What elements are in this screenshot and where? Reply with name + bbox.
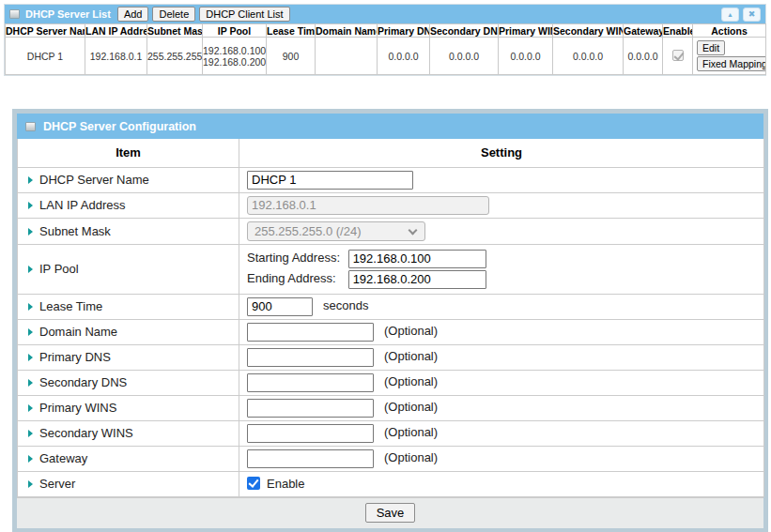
starting-address-input[interactable] [348,250,486,268]
dhcp-server-configuration-table: Item Setting DHCP Server Name LAN IP Add… [17,139,764,497]
config-footer: Save [17,497,763,528]
item-arrow-icon [28,303,33,311]
item-arrow-icon [28,176,33,184]
cell-subnet-mask: 255.255.255.0 [147,38,203,75]
subnet-mask-select: 255.255.255.0 (/24) [247,221,425,241]
starting-address-label: Starting Address: [247,251,345,265]
collapse-panel-icon[interactable]: ▲ [721,8,739,22]
lease-time-unit: seconds [323,298,368,312]
row-dhcp-server-name: DHCP Server Name [18,167,764,192]
table-row: DHCP 1 192.168.0.1 255.255.255.0 192.168… [6,38,766,75]
row-lan-ip-address: LAN IP Address [18,192,764,218]
item-arrow-icon [28,404,33,412]
server-enable-label: Enable [267,477,304,491]
col-secondary-dns: Secondary DNS [430,24,499,38]
col-secondary-wins: Secondary WINS [553,24,624,38]
cell-actions: Edit Fixed Mapping [693,38,766,75]
primary-dns-input[interactable] [247,348,374,367]
row-primary-dns: Primary DNS (Optional) [18,344,764,370]
col-subnet-mask: Subnet Mask [147,24,203,38]
secondary-dns-input[interactable] [247,373,374,392]
row-primary-wins: Primary WINS (Optional) [18,395,764,420]
dhcp-client-list-button[interactable]: DHCP Client List [199,7,289,22]
ending-address-input[interactable] [348,270,486,289]
item-label-gateway: Gateway [18,446,239,471]
col-primary-wins: Primary WINS [499,24,553,38]
col-lan-ip-address: LAN IP Address [85,24,147,38]
col-domain-name: Domain Name [316,24,378,38]
optional-hint: (Optional) [384,400,438,414]
lease-time-input[interactable] [247,297,313,316]
edit-button[interactable]: Edit [697,40,725,55]
cell-ip-pool: 192.168.0.100- 192.168.0.200 [203,38,267,75]
cell-secondary-wins: 0.0.0.0 [553,38,624,75]
optional-hint: (Optional) [384,374,438,388]
row-secondary-dns: Secondary DNS (Optional) [18,370,764,395]
item-arrow-icon [28,480,33,488]
cell-gateway: 0.0.0.0 [624,38,663,75]
optional-hint: (Optional) [384,349,438,363]
cell-domain-name [316,38,378,75]
lan-ip-address-input [247,196,489,215]
save-button[interactable]: Save [365,503,416,523]
cell-primary-dns: 0.0.0.0 [378,38,430,75]
col-primary-dns: Primary DNS [378,24,430,38]
dhcp-server-list-panel: DHCP Server List Add Delete DHCP Client … [4,4,766,76]
item-arrow-icon [28,202,33,209]
server-enable-checkbox[interactable] [247,477,260,490]
item-label-server: Server [18,471,239,496]
item-arrow-icon [28,228,33,236]
chevron-down-icon [409,225,418,235]
item-arrow-icon [28,328,33,336]
item-label-primary-wins: Primary WINS [18,395,239,420]
panel-icon [25,122,36,131]
dhcp-server-list-table: DHCP Server Name LAN IP Address Subnet M… [5,23,766,75]
item-arrow-icon [28,379,33,387]
add-button[interactable]: Add [117,7,149,22]
col-lease-time: Lease Time [267,24,316,38]
item-label-primary-dns: Primary DNS [18,344,239,370]
cell-server-name: DHCP 1 [6,38,85,75]
list-panel-title: DHCP Server List [25,8,111,20]
col-item: Item [18,139,239,167]
cell-enable [663,38,693,75]
delete-button[interactable]: Delete [152,7,195,22]
item-arrow-icon [28,354,33,361]
list-header-row: DHCP Server Name LAN IP Address Subnet M… [6,24,766,38]
enable-checkbox-disabled [672,50,684,61]
panel-icon [9,9,20,19]
config-panel-title: DHCP Server Configuration [43,120,196,133]
col-gateway: Gateway [624,24,663,38]
row-gateway: Gateway (Optional) [18,446,764,471]
domain-name-input[interactable] [247,323,374,342]
config-header-row: Item Setting [18,139,764,167]
col-setting: Setting [239,139,764,167]
row-lease-time: Lease Time seconds [18,294,764,319]
cell-secondary-dns: 0.0.0.0 [430,38,499,75]
dhcp-server-name-input[interactable] [247,171,413,190]
row-subnet-mask: Subnet Mask 255.255.255.0 (/24) [18,218,764,244]
item-label-lan-ip: LAN IP Address [18,192,239,218]
item-arrow-icon [28,455,33,463]
row-ip-pool: IP Pool Starting Address: Ending Address… [18,244,764,294]
ending-address-label: Ending Address: [247,271,345,285]
ip-pool-start: 192.168.0.100- [203,45,266,56]
item-label-secondary-wins: Secondary WINS [18,420,239,446]
close-panel-icon[interactable]: ✖ [743,8,761,22]
config-panel-titlebar: DHCP Server Configuration [17,114,763,139]
optional-hint: (Optional) [384,324,438,338]
row-server: Server Enable [18,471,764,496]
item-arrow-icon [28,430,33,437]
cell-primary-wins: 0.0.0.0 [499,38,553,75]
fixed-mapping-button[interactable]: Fixed Mapping [697,56,766,71]
row-domain-name: Domain Name (Optional) [18,319,764,344]
ip-pool-end: 192.168.0.200 [203,56,266,68]
secondary-wins-input[interactable] [247,424,374,443]
col-dhcp-server-name: DHCP Server Name [6,24,85,38]
optional-hint: (Optional) [384,425,438,439]
item-label-ip-pool: IP Pool [18,244,239,294]
row-secondary-wins: Secondary WINS (Optional) [18,420,764,446]
primary-wins-input[interactable] [247,399,374,418]
item-label-domain-name: Domain Name [18,319,239,344]
gateway-input[interactable] [247,449,374,468]
